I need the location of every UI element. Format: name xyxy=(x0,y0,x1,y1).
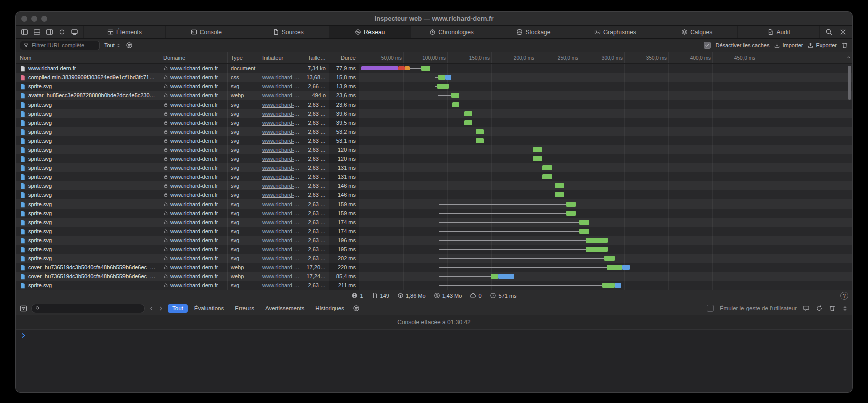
zoom-button[interactable] xyxy=(41,16,47,22)
element-picker-icon[interactable] xyxy=(58,28,66,36)
initiator-link[interactable]: www.richard-d… xyxy=(262,74,302,80)
close-button[interactable] xyxy=(21,16,27,22)
initiator-link[interactable]: www.richard-d… xyxy=(262,156,302,162)
initiator-link[interactable]: www.richard-d… xyxy=(262,102,302,108)
device-settings-icon[interactable] xyxy=(71,28,78,36)
initiator-link[interactable]: www.richard-d… xyxy=(262,264,302,270)
tab-stockage[interactable]: Stockage xyxy=(492,26,574,38)
console-search-input[interactable] xyxy=(42,305,141,312)
network-request-row[interactable]: sprite.svgwww.richard-dern.frsvgwww.rich… xyxy=(16,245,852,254)
network-request-row[interactable]: sprite.svgwww.richard-dern.frsvgwww.rich… xyxy=(16,154,852,163)
trash-icon[interactable] xyxy=(841,42,848,49)
column-header-type[interactable]: Type xyxy=(228,52,259,63)
initiator-link[interactable]: www.richard-d… xyxy=(262,147,302,153)
dock-right-icon[interactable] xyxy=(46,28,53,36)
url-filter-field[interactable] xyxy=(20,41,100,50)
initiator-link[interactable]: www.richard-d… xyxy=(262,228,302,234)
tab-reseau[interactable]: Réseau xyxy=(329,26,411,38)
network-request-row[interactable]: sprite.svgwww.richard-dern.frsvgwww.rich… xyxy=(16,163,852,172)
network-request-row[interactable]: sprite.svgwww.richard-dern.frsvgwww.rich… xyxy=(16,227,852,236)
initiator-link[interactable]: www.richard-d… xyxy=(262,111,302,117)
initiator-link[interactable]: www.richard-d… xyxy=(262,282,302,288)
initiator-link[interactable]: www.richard-d… xyxy=(262,192,302,198)
reload-icon[interactable] xyxy=(816,305,823,312)
initiator-link[interactable]: www.richard-d… xyxy=(262,92,302,98)
network-request-row[interactable]: sprite.svgwww.richard-dern.frsvgwww.rich… xyxy=(16,136,852,145)
network-request-row[interactable]: sprite.svgwww.richard-dern.frsvgwww.rich… xyxy=(16,109,852,118)
url-filter-input[interactable] xyxy=(31,42,96,49)
tab-calques[interactable]: Calques xyxy=(656,26,738,38)
network-request-row[interactable]: sprite.svgwww.richard-dern.frsvgwww.rich… xyxy=(16,118,852,127)
dock-left-icon[interactable] xyxy=(21,28,28,36)
network-request-row[interactable]: sprite.svgwww.richard-dern.frsvgwww.rich… xyxy=(16,209,852,218)
network-request-row[interactable]: sprite.svgwww.richard-dern.frsvgwww.rich… xyxy=(16,127,852,136)
initiator-link[interactable]: www.richard-d… xyxy=(262,273,302,279)
scroll-up-icon[interactable] xyxy=(846,55,851,60)
expand-console-icon[interactable] xyxy=(842,305,848,312)
initiator-link[interactable]: www.richard-d… xyxy=(262,255,302,261)
initiator-link[interactable]: www.richard-d… xyxy=(262,174,302,180)
clear-console-icon[interactable] xyxy=(829,305,836,312)
network-request-row[interactable]: sprite.svgwww.richard-dern.frsvgwww.rich… xyxy=(16,199,852,209)
disable-caches-label[interactable]: Désactiver les caches xyxy=(715,42,769,48)
emulate-user-gesture-checkbox[interactable] xyxy=(707,305,714,312)
initiator-link[interactable]: www.richard-d… xyxy=(262,138,302,144)
initiator-link[interactable]: www.richard-d… xyxy=(262,201,302,207)
network-request-row[interactable]: sprite.svgwww.richard-dern.frsvgwww.rich… xyxy=(16,82,852,91)
console-scope-evaluations[interactable]: Évaluations xyxy=(190,304,228,313)
network-request-row[interactable]: avatar_hu85ecc3e298728880b0bde2dcc4e5c23… xyxy=(16,91,852,100)
help-button[interactable]: ? xyxy=(840,292,848,300)
network-request-row[interactable]: www.richard-dern.frwww.richard-dern.frdo… xyxy=(16,64,852,73)
network-request-row[interactable]: sprite.svgwww.richard-dern.frsvgwww.rich… xyxy=(16,181,852,190)
network-request-row[interactable]: sprite.svgwww.richard-dern.frsvgwww.rich… xyxy=(16,145,852,154)
console-search-field[interactable] xyxy=(31,304,145,313)
network-request-row[interactable]: cover_hu736519dc3b5040cfa48b6b559b6de6ec… xyxy=(16,272,852,281)
message-source-filter-icon[interactable] xyxy=(353,305,360,312)
column-header-size[interactable]: Taille… xyxy=(305,52,329,63)
console-log-icon[interactable] xyxy=(803,305,810,312)
network-request-row[interactable]: sprite.svgwww.richard-dern.frsvgwww.rich… xyxy=(16,190,852,199)
dock-bottom-icon[interactable] xyxy=(33,28,41,36)
tab-graphismes[interactable]: Graphismes xyxy=(574,26,656,38)
column-header-name[interactable]: Nom xyxy=(16,52,160,63)
gear-icon[interactable] xyxy=(839,28,847,36)
resource-type-dropdown[interactable]: Tout xyxy=(104,42,121,48)
previous-result-button[interactable] xyxy=(149,306,154,311)
initiator-link[interactable]: www.richard-d… xyxy=(262,210,302,216)
export-button[interactable]: Exporter xyxy=(807,42,837,49)
network-request-row[interactable]: compiled.min.38390909f303624ed9e1cf1bd3f… xyxy=(16,73,852,82)
tab-elements[interactable]: Éléments xyxy=(84,26,166,38)
initiator-link[interactable]: www.richard-d… xyxy=(262,165,302,171)
console-scope-erreurs[interactable]: Erreurs xyxy=(230,304,259,313)
network-request-row[interactable]: sprite.svgwww.richard-dern.frsvgwww.rich… xyxy=(16,254,852,263)
initiator-link[interactable]: www.richard-d… xyxy=(262,83,302,89)
tab-sources[interactable]: Sources xyxy=(247,26,329,38)
initiator-link[interactable]: www.richard-d… xyxy=(262,183,302,189)
initiator-link[interactable]: www.richard-d… xyxy=(262,129,302,135)
network-request-row[interactable]: sprite.svgwww.richard-dern.frsvgwww.rich… xyxy=(16,100,852,109)
console-filter-icon[interactable] xyxy=(20,305,27,312)
console-scope-historiques[interactable]: Historiques xyxy=(311,304,349,313)
console-prompt[interactable] xyxy=(16,330,852,341)
column-header-initiator[interactable]: Initiateur xyxy=(259,52,305,63)
disable-caches-checkbox[interactable] xyxy=(704,42,711,49)
console-empty-area[interactable] xyxy=(16,341,852,392)
network-request-row[interactable]: sprite.svgwww.richard-dern.frsvgwww.rich… xyxy=(16,172,852,181)
column-header-duration[interactable]: Durée xyxy=(329,52,359,63)
next-result-button[interactable] xyxy=(158,306,164,311)
initiator-link[interactable]: www.richard-d… xyxy=(262,219,302,225)
minimize-button[interactable] xyxy=(31,16,37,22)
network-request-row[interactable]: cover_hu736519dc3b5040cfa48b6b559b6de6ec… xyxy=(16,263,852,272)
column-header-domain[interactable]: Domaine xyxy=(160,52,228,63)
search-icon[interactable] xyxy=(825,28,833,36)
import-button[interactable]: Importer xyxy=(774,42,803,49)
network-request-row[interactable]: sprite.svgwww.richard-dern.frsvgwww.rich… xyxy=(16,218,852,227)
emulate-user-gesture-label[interactable]: Émuler le geste de l'utilisateur xyxy=(720,305,797,311)
initiator-link[interactable]: www.richard-d… xyxy=(262,120,302,126)
initiator-link[interactable]: www.richard-d… xyxy=(262,237,302,243)
network-request-row[interactable]: sprite.svgwww.richard-dern.frsvgwww.rich… xyxy=(16,236,852,245)
network-request-row[interactable]: sprite.svgwww.richard-dern.frsvgwww.rich… xyxy=(16,281,852,290)
console-scope-tout[interactable]: Tout xyxy=(168,304,188,313)
filter-options-icon[interactable] xyxy=(126,42,133,49)
initiator-link[interactable]: www.richard-d… xyxy=(262,246,302,252)
